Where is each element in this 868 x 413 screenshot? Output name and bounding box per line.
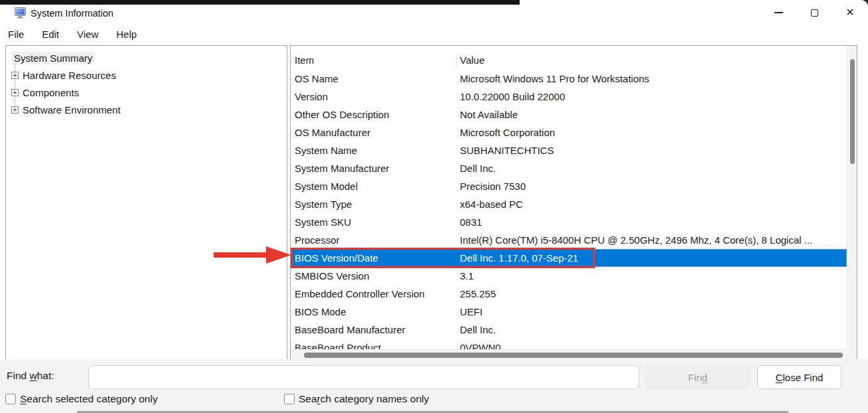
system-information-window: System Information ✕ File Edit View Help… [0, 0, 868, 413]
row-item-cell: OS Name [291, 70, 459, 88]
row-item-cell: BIOS Version/Date [291, 249, 459, 267]
table-body: OS Name Microsoft Windows 11 Pro for Wor… [291, 70, 847, 351]
close-button[interactable]: ✕ [832, 0, 868, 25]
row-item-cell: Other OS Description [291, 106, 459, 124]
maximize-icon [811, 9, 818, 17]
row-item-cell: Version [291, 88, 459, 106]
checkbox-icon[interactable] [5, 394, 16, 404]
tree-item-system-summary[interactable]: System Summary [6, 49, 287, 66]
tree-item-label: Software Environment [23, 104, 121, 116]
table-row[interactable]: System SKU 0831 [291, 213, 847, 231]
table-row[interactable]: OS Name Microsoft Windows 11 Pro for Wor… [291, 70, 847, 88]
row-value-cell: Precision 7530 [459, 177, 847, 195]
find-what-label: Find what: [7, 370, 54, 382]
row-value-cell: 10.0.22000 Build 22000 [459, 88, 847, 106]
expand-plus-icon[interactable] [11, 106, 19, 114]
horizontal-scrollbar-thumb[interactable] [304, 353, 843, 358]
tree-item-software-environment[interactable]: Software Environment [6, 101, 287, 118]
row-value-cell: UEFI [459, 303, 847, 321]
window-titlebar: System Information ✕ [0, 5, 868, 25]
menu-view[interactable]: View [77, 29, 98, 40]
minimize-icon [774, 12, 783, 13]
minimize-button[interactable] [760, 0, 796, 25]
category-tree-panel: System Summary Hardware Resources Compon… [5, 45, 287, 360]
table-row[interactable]: Embedded Controller Version 255.255 [291, 285, 847, 303]
table-row[interactable]: Other OS Description Not Available [291, 106, 847, 124]
vertical-scrollbar[interactable] [847, 46, 857, 350]
column-header-value[interactable]: Value [457, 53, 847, 68]
column-header-item[interactable]: Item [291, 53, 457, 68]
row-item-cell: System Type [291, 195, 459, 213]
row-value-cell: Microsoft Corporation [459, 124, 847, 141]
row-item-cell: OS Manufacturer [291, 124, 459, 141]
tree-item-label: Components [23, 87, 79, 98]
table-row[interactable]: BaseBoard Manufacturer Dell Inc. [291, 321, 847, 339]
row-value-cell: 0831 [459, 213, 847, 231]
row-value-cell: 255.255 [459, 285, 847, 303]
category-tree: System Summary Hardware Resources Compon… [6, 46, 287, 118]
table-row[interactable]: OS Manufacturer Microsoft Corporation [291, 124, 847, 141]
expand-plus-icon[interactable] [11, 89, 19, 96]
close-icon: ✕ [845, 7, 854, 18]
row-item-cell: System Name [291, 141, 459, 159]
row-item-cell: System SKU [291, 213, 459, 231]
details-table: Item Value OS Name Microsoft Windows 11 … [291, 46, 847, 351]
checkbox-label: Search selected category only [20, 393, 158, 405]
find-input[interactable] [88, 365, 639, 389]
row-value-cell: Dell Inc. [459, 159, 847, 177]
details-panel: Item Value OS Name Microsoft Windows 11 … [290, 45, 857, 360]
menu-edit[interactable]: Edit [42, 29, 59, 40]
table-header: Item Value [291, 51, 847, 70]
tree-item-label: System Summary [12, 52, 94, 64]
table-row[interactable]: System Manufacturer Dell Inc. [291, 159, 847, 177]
row-value-cell: Microsoft Windows 11 Pro for Workstation… [459, 70, 847, 88]
row-value-cell: Intel(R) Core(TM) i5-8400H CPU @ 2.50GHz… [459, 231, 847, 249]
maximize-button[interactable] [796, 0, 832, 25]
table-row[interactable]: Version 10.0.22000 Build 22000 [291, 88, 847, 106]
checkbox-search-category-names[interactable]: Search category names only [284, 393, 429, 405]
row-value-cell: Dell Inc. [459, 321, 847, 339]
table-row[interactable]: System Type x64-based PC [291, 195, 847, 213]
close-find-button[interactable]: Close Find [757, 365, 841, 389]
checkbox-icon[interactable] [284, 394, 295, 404]
row-item-cell: BaseBoard Manufacturer [291, 321, 459, 339]
menu-help[interactable]: Help [116, 29, 137, 40]
row-value-cell: 3.1 [459, 267, 847, 285]
horizontal-scrollbar[interactable] [291, 349, 847, 359]
row-value-cell: SUBHANITECHTICS [459, 141, 847, 159]
row-item-cell: Processor [291, 231, 459, 249]
checkbox-label: Search category names only [299, 393, 429, 405]
row-item-cell: BIOS Mode [291, 303, 459, 321]
table-row[interactable]: Processor Intel(R) Core(TM) i5-8400H CPU… [291, 231, 847, 249]
find-button[interactable]: Find [646, 365, 750, 389]
menubar: File Edit View Help [8, 25, 155, 42]
row-value-cell: Not Available [459, 106, 847, 124]
msinfo-app-icon [15, 7, 27, 21]
find-bar: Find what: Find Close Find Search select… [0, 359, 868, 413]
tree-item-hardware-resources[interactable]: Hardware Resources [6, 66, 287, 84]
table-row[interactable]: SMBIOS Version 3.1 [291, 267, 847, 285]
scrollbar-corner [847, 349, 857, 359]
checkbox-search-selected-category[interactable]: Search selected category only [5, 393, 158, 405]
background-window-strip-top [0, 0, 520, 5]
row-item-cell: System Model [291, 177, 459, 195]
row-value-cell: Dell Inc. 1.17.0, 07-Sep-21 [459, 249, 847, 267]
menu-file[interactable]: File [8, 29, 24, 40]
window-controls: ✕ [760, 0, 868, 25]
vertical-scrollbar-thumb[interactable] [850, 59, 855, 164]
table-row[interactable]: BIOS Mode UEFI [291, 303, 847, 321]
row-value-cell: x64-based PC [459, 195, 847, 213]
table-row[interactable]: BIOS Version/Date Dell Inc. 1.17.0, 07-S… [291, 249, 847, 267]
expand-plus-icon[interactable] [11, 72, 19, 79]
row-item-cell: System Manufacturer [291, 159, 459, 177]
row-item-cell: SMBIOS Version [291, 267, 459, 285]
tree-item-components[interactable]: Components [6, 84, 287, 101]
table-row[interactable]: System Model Precision 7530 [291, 177, 847, 195]
row-item-cell: Embedded Controller Version [291, 285, 459, 303]
tree-item-label: Hardware Resources [23, 70, 116, 81]
table-row[interactable]: System Name SUBHANITECHTICS [291, 141, 847, 159]
window-title: System Information [31, 8, 113, 19]
